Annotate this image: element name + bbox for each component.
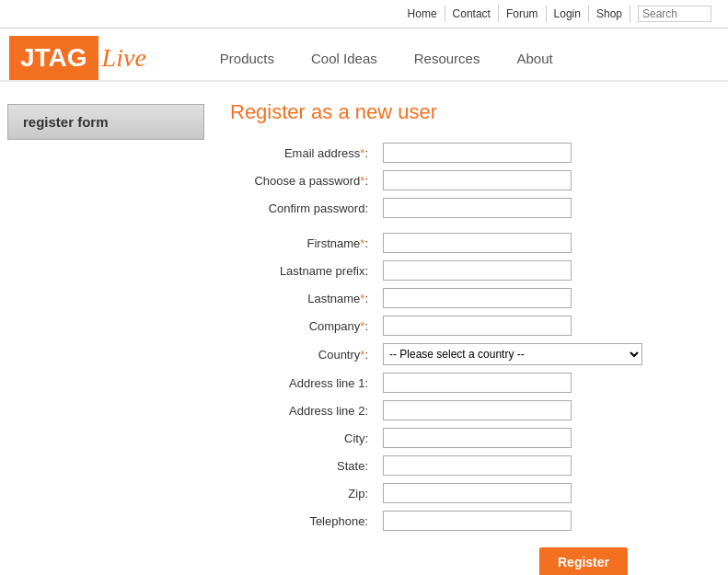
firstname-label: Firstname*:: [230, 229, 377, 257]
top-nav-shop[interactable]: Shop: [589, 6, 630, 22]
top-nav-home[interactable]: Home: [400, 6, 445, 22]
state-label: State:: [230, 452, 377, 479]
email-input[interactable]: [383, 143, 572, 163]
nav-cool-ideas[interactable]: Cool Ideas: [293, 43, 396, 74]
nav-resources[interactable]: Resources: [396, 43, 499, 74]
firstname-required: *: [360, 236, 364, 250]
address2-label: Address line 2:: [230, 397, 377, 424]
company-input[interactable]: [383, 316, 572, 336]
company-label: Company*:: [230, 312, 377, 339]
telephone-label: Telephone:: [230, 507, 377, 535]
address2-input[interactable]: [383, 400, 572, 420]
zip-label: Zip:: [230, 479, 377, 507]
top-nav-forum[interactable]: Forum: [499, 6, 547, 22]
main-layout: register form Register as a new user Ema…: [0, 91, 728, 575]
city-input[interactable]: [383, 428, 572, 448]
top-nav-contact[interactable]: Contact: [445, 6, 499, 22]
country-label: Country*:: [230, 339, 377, 369]
address1-input[interactable]: [383, 373, 572, 393]
register-form: Email address*: Choose a password*: Conf…: [230, 139, 710, 575]
zip-row: Zip:: [230, 479, 710, 507]
address2-row: Address line 2:: [230, 397, 710, 424]
company-required: *: [360, 319, 364, 333]
password-required: *: [360, 174, 364, 188]
password-row: Choose a password*:: [230, 167, 710, 194]
zip-input[interactable]: [383, 483, 572, 503]
logo-live: Live: [102, 43, 146, 73]
main-nav: Products Cool Ideas Resources About: [202, 43, 572, 74]
address1-row: Address line 1:: [230, 369, 710, 397]
lastname-input[interactable]: [383, 288, 572, 308]
lastname-prefix-row: Lastname prefix:: [230, 257, 710, 284]
top-nav-bar: Home Contact Forum Login Shop: [0, 0, 728, 29]
password-label: Choose a password*:: [230, 167, 377, 194]
search-box: [630, 4, 719, 24]
country-select[interactable]: -- Please select a country --: [383, 343, 642, 365]
lastname-label: Lastname*:: [230, 284, 377, 312]
nav-about[interactable]: About: [498, 43, 571, 74]
sidebar-register-form: register form: [7, 104, 204, 140]
spacer-row: [230, 222, 710, 229]
lastname-prefix-label: Lastname prefix:: [230, 257, 377, 284]
email-required: *: [360, 146, 364, 160]
lastname-row: Lastname*:: [230, 284, 710, 312]
password-input[interactable]: [383, 170, 572, 190]
search-input[interactable]: [638, 6, 711, 22]
country-row: Country*: -- Please select a country --: [230, 339, 710, 369]
content-area: Register as a new user Email address*: C…: [212, 91, 728, 575]
telephone-input[interactable]: [383, 511, 572, 531]
firstname-row: Firstname*:: [230, 229, 710, 257]
register-btn-row: Register: [230, 535, 710, 575]
country-required: *: [360, 348, 364, 362]
header: JTAG Live Products Cool Ideas Resources …: [0, 29, 728, 82]
city-label: City:: [230, 424, 377, 452]
logo-jtag: JTAG: [9, 36, 98, 80]
sidebar: register form: [0, 91, 212, 575]
page-title: Register as a new user: [230, 100, 710, 124]
confirm-password-label: Confirm password:: [230, 194, 377, 222]
email-label: Email address*:: [230, 139, 377, 167]
nav-products[interactable]: Products: [202, 43, 293, 74]
lastname-prefix-input[interactable]: [383, 260, 572, 281]
telephone-row: Telephone:: [230, 507, 710, 535]
lastname-required: *: [360, 292, 364, 305]
confirm-password-row: Confirm password:: [230, 194, 710, 222]
state-input[interactable]: [383, 455, 572, 476]
address1-label: Address line 1:: [230, 369, 377, 397]
state-row: State:: [230, 452, 710, 479]
email-row: Email address*:: [230, 139, 710, 167]
firstname-input[interactable]: [383, 233, 572, 253]
register-button[interactable]: Register: [539, 547, 628, 575]
top-nav-login[interactable]: Login: [547, 6, 589, 22]
company-row: Company*:: [230, 312, 710, 339]
city-row: City:: [230, 424, 710, 452]
confirm-password-input[interactable]: [383, 198, 572, 218]
